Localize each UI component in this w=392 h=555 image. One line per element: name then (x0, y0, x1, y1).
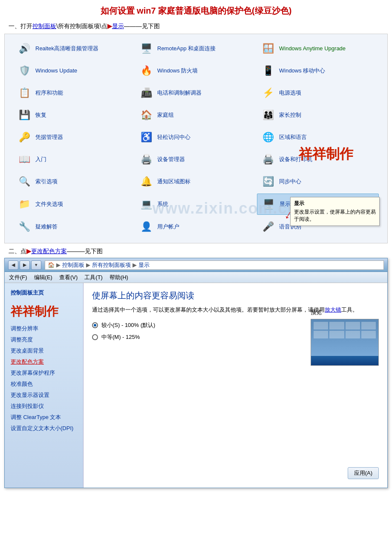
cp-item[interactable]: 💾恢复 (13, 105, 135, 125)
cp-item-label: 显示 (280, 201, 291, 208)
menu-view[interactable]: 查看(V) (59, 274, 78, 281)
menu-tools[interactable]: 工具(T) (84, 274, 103, 281)
control-panel-link[interactable]: 控制面板 (32, 23, 56, 29)
menu-edit[interactable]: 编辑(E) (34, 274, 52, 281)
cp-item[interactable]: ⚡电源选项 (257, 83, 379, 103)
cp-item-label: Windows Anytime Upgrade (279, 45, 346, 52)
sidebar-link-screensaver[interactable]: 更改屏幕保护程序 (5, 367, 83, 379)
cp-item-icon: 🛡️ (17, 63, 32, 78)
display-link[interactable]: 显示 (112, 23, 124, 29)
page-title: 如何设置 win7 家庭普通版电脑的保护色(绿豆沙色) (0, 0, 392, 20)
cp-item-label: 系统 (157, 201, 168, 208)
cp-item-label: 文件夹选项 (35, 201, 63, 208)
cp-item-icon: 👨‍👩‍👧 (260, 107, 276, 123)
cp-item-icon: 🔔 (138, 174, 154, 189)
cp-item-icon: 🖨️ (138, 152, 154, 167)
cp-item[interactable]: 📁文件夹选项 (13, 194, 135, 215)
step2-arrow: ▶ (26, 248, 31, 254)
change-color-scheme-link[interactable]: 更改配色方案 (31, 248, 67, 254)
cp-item[interactable]: 💻系统 (135, 194, 257, 215)
cp-item-icon: 🌐 (260, 130, 276, 145)
cp-item-label: 家长控制 (279, 112, 301, 119)
cp-item[interactable]: 🪟Windows Anytime Upgrade (257, 38, 379, 59)
cp-item-icon: 🔄 (260, 174, 276, 189)
sidebar-title[interactable]: 控制面板主页 (5, 287, 83, 300)
menu-file[interactable]: 文件(F) (9, 274, 27, 281)
win7-menubar: 文件(F) 编辑(E) 查看(V) 工具(T) 帮助(H) (5, 272, 387, 283)
radio-medium-btn[interactable] (92, 334, 98, 340)
cp-item-icon: 🎤 (260, 219, 276, 234)
sidebar-link-monitor[interactable]: 更改显示器设置 (5, 390, 83, 401)
sidebar-link-cleartype[interactable]: 调整 ClearType 文本 (5, 412, 83, 423)
control-panel-container: 🔊Realtek高清晰音频管理器🖥️RemoteApp 和桌面连接🪟Window… (4, 34, 388, 243)
cp-item-label: 设备管理器 (157, 156, 185, 163)
display-tooltip: 显示 更改显示设置，使屏幕上的内容更易于阅读。 (290, 197, 380, 226)
apply-button[interactable]: 应用(A) (348, 467, 379, 479)
cp-item-label: 电话和调制解调器 (157, 90, 202, 97)
cp-item[interactable]: 🔔通知区域图标 (135, 171, 257, 192)
win7-window: ◀ ▶ ▾ 🏠 ▶ 控制面板 ▶ 所有控制面板项 ▶ 显示 文件(F) 编辑(E… (4, 258, 388, 488)
sidebar-link-resolution[interactable]: 调整分辨率 (5, 323, 83, 334)
cp-item[interactable]: 🔊Realtek高清晰音频管理器 (13, 38, 135, 59)
cp-item-icon: 🖥️ (261, 197, 276, 212)
cp-item-icon: 📋 (17, 85, 32, 101)
cp-item[interactable]: 🖥️RemoteApp 和桌面连接 (135, 38, 257, 59)
cp-item[interactable]: 🛡️Windows Update (13, 61, 135, 81)
breadcrumb-cp[interactable]: 控制面板 (62, 261, 84, 269)
tooltip-title: 显示 (294, 200, 376, 207)
cp-item[interactable]: ♿轻松访问中心 (135, 127, 257, 147)
cp-item-icon: 💻 (138, 197, 154, 212)
breadcrumb-all[interactable]: 所有控制面板项 (92, 261, 131, 269)
cp-item[interactable]: 🔄同步中心 (257, 171, 379, 192)
cp-item-icon: 💾 (17, 107, 32, 123)
content-title: 使屏幕上的内容更容易阅读 (92, 290, 379, 301)
cp-item-icon: ♿ (138, 130, 154, 145)
cp-item[interactable]: 🔥Windows 防火墙 (135, 61, 257, 81)
breadcrumb-bar[interactable]: 🏠 ▶ 控制面板 ▶ 所有控制面板项 ▶ 显示 (45, 260, 384, 270)
cp-item[interactable]: 🔍索引选项 (13, 171, 135, 192)
cp-item[interactable]: 🔧疑难解答 (13, 217, 135, 237)
cp-item[interactable]: 🏠家庭组 (135, 105, 257, 125)
cp-item[interactable]: 📋程序和功能 (13, 83, 135, 103)
win7-body: 控制面板主页 祥祥制作 调整分辨率 调整亮度 更改桌面背景 更改配色方案 更改屏… (5, 283, 387, 488)
radio-small-btn[interactable] (92, 322, 98, 328)
forward-button[interactable]: ▶ (20, 260, 30, 270)
preview-label: 预览 (311, 309, 379, 316)
cp-item-icon: 📖 (17, 152, 32, 167)
cp-item-icon: 🖨️ (260, 152, 276, 167)
cp-item-icon: ⚡ (260, 85, 276, 101)
sidebar-link-calibrate[interactable]: 校准颜色 (5, 379, 83, 390)
cp-item-label: 区域和语言 (279, 134, 307, 141)
back-button[interactable]: ◀ (8, 260, 18, 270)
cp-item[interactable]: 📠电话和调制解调器 (135, 83, 257, 103)
radio-small-label: 较小(S) - 100% (默认) (101, 321, 155, 329)
cp-item-icon: 🔧 (17, 219, 32, 234)
recent-button[interactable]: ▾ (31, 260, 41, 270)
cp-item[interactable]: 👨‍👩‍👧家长控制 (257, 105, 379, 125)
sidebar-stamp: 祥祥制作 (5, 300, 83, 323)
preview-image (311, 319, 379, 366)
cp-item-icon: 🔥 (138, 63, 154, 78)
cp-item[interactable]: 📱Windows 移动中心 (257, 61, 379, 81)
cp-item-icon: 🔊 (17, 41, 32, 56)
cp-item[interactable]: 🔑凭据管理器 (13, 127, 135, 147)
preview-taskbar (311, 356, 378, 365)
sidebar-link-projector[interactable]: 连接到投影仪 (5, 401, 83, 412)
cp-item[interactable]: 🖨️设备管理器 (135, 149, 257, 170)
cp-item[interactable]: 👤用户帐户 (135, 217, 257, 237)
cp-item-label: 用户帐户 (157, 223, 179, 231)
cp-item-label: 同步中心 (279, 178, 301, 185)
sidebar-link-dpi[interactable]: 设置自定义文本大小(DPI) (5, 423, 83, 434)
cp-item-label: 疑难解答 (35, 223, 58, 231)
cp-item[interactable]: 📖入门 (13, 149, 135, 170)
menu-help[interactable]: 帮助(H) (110, 274, 128, 281)
cp-item-label: 电源选项 (279, 90, 301, 97)
win7-titlebar: ◀ ▶ ▾ 🏠 ▶ 控制面板 ▶ 所有控制面板项 ▶ 显示 (5, 258, 387, 272)
breadcrumb-display[interactable]: 显示 (138, 261, 150, 269)
win7-content: 使屏幕上的内容更容易阅读 通过选择其中一个选项，可以更改屏幕的文本大小以及其他项… (84, 283, 387, 488)
radio-medium-label: 中等(M) - 125% (101, 333, 140, 341)
sidebar-link-desktop-bg[interactable]: 更改桌面背景 (5, 345, 83, 356)
sidebar-link-color-scheme[interactable]: 更改配色方案 (5, 356, 83, 367)
sidebar-link-brightness[interactable]: 调整亮度 (5, 334, 83, 345)
cp-item[interactable]: 🌐区域和语言 (257, 127, 379, 147)
